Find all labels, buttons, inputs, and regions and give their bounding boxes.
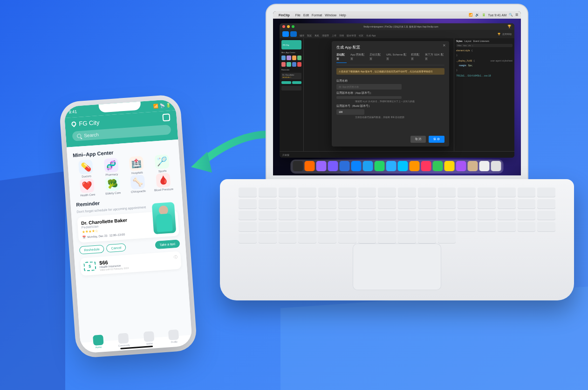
cancel-button[interactable]: Cancel — [106, 243, 126, 252]
menubar-item[interactable]: Help — [339, 14, 346, 17]
mini-app-item[interactable]: 🏸 Sports — [149, 154, 175, 174]
mini-app-label: Health Care — [80, 193, 95, 197]
toolbar-item[interactable]: 上传 — [330, 34, 338, 37]
toolbar-item[interactable]: 预览 — [306, 34, 313, 37]
laptop-mockup: FinClip FileEditFormatWindowHelp 📶 🔊 🔋 T… — [220, 5, 574, 300]
dock-app-icon[interactable] — [491, 161, 501, 171]
dock-app-icon[interactable] — [316, 161, 327, 171]
menubar-item[interactable]: Window — [325, 14, 336, 17]
menubar-time[interactable]: Tue 9:41 AM — [488, 14, 506, 17]
dock-app-icon[interactable] — [456, 161, 466, 171]
laptop-base — [220, 179, 574, 300]
mini-app-item[interactable]: 💊 Doctors — [73, 159, 99, 179]
dock-app-icon[interactable] — [293, 161, 303, 171]
modal-tab[interactable]: 启动页配置 — [369, 53, 383, 63]
ide-titlebar: finclip-miniprogram | FinClip | 前端开发工具 服… — [280, 23, 514, 30]
doctor-card[interactable]: Dr. Charollette Baker Pediatrician ★★★★☆… — [77, 210, 179, 243]
window-minimize-icon[interactable] — [287, 25, 290, 28]
status-icons: 📶 📡 🔋 — [153, 103, 171, 109]
toolbar-item[interactable]: 社区 — [357, 34, 365, 37]
field-build-number-input[interactable]: 100 — [336, 109, 364, 115]
toolbar-platform-button[interactable] — [290, 31, 297, 37]
tabbar-item[interactable]: Home — [93, 334, 104, 348]
dock-app-icon[interactable] — [363, 161, 373, 171]
menubar-item[interactable]: Format — [312, 14, 322, 17]
scan-icon[interactable] — [162, 113, 170, 121]
toolbar-item[interactable]: 清缓存 — [321, 34, 330, 37]
dock-app-icon[interactable] — [340, 161, 350, 171]
tabbar-icon — [118, 333, 129, 344]
devtools-tab[interactable]: Layout — [465, 40, 472, 42]
modal-tab[interactable]: 第三方 SDK 配置 — [425, 53, 444, 63]
dock-app-icon[interactable] — [421, 161, 431, 171]
take-taxi-button[interactable]: Take a taxi — [155, 239, 180, 249]
menubar-item[interactable]: File — [295, 14, 301, 17]
volume-icon[interactable]: 🔊 — [475, 13, 479, 17]
devtools-tab[interactable]: Styles — [456, 40, 463, 42]
modal-tab[interactable]: 基础配置 — [336, 53, 347, 63]
add-rule-button[interactable]: + — [472, 44, 473, 47]
devtools-tab[interactable]: Event Listeners — [473, 40, 489, 42]
dock-app-icon[interactable] — [375, 161, 385, 171]
toolbar-item[interactable]: 真机 — [313, 34, 321, 37]
hov-toggle[interactable]: :hov — [463, 44, 467, 47]
trophy-icon[interactable]: 🏆 — [507, 25, 512, 28]
ide-canvas: ✕ 生成 App 配置 基础配置App 图标配置启动页配置URL Scheme … — [304, 38, 514, 151]
menubar-item[interactable]: Edit — [303, 14, 309, 17]
generate-app-modal: ✕ 生成 App 配置 基础配置App 图标配置启动页配置URL Scheme … — [332, 41, 449, 146]
window-zoom-icon[interactable] — [292, 25, 294, 28]
toolbar-device-button[interactable] — [282, 31, 289, 37]
field-version-name-input[interactable] — [336, 96, 402, 99]
spotlight-icon[interactable]: 🔍 — [509, 13, 513, 17]
modal-cancel-button[interactable]: 取 消 — [410, 136, 426, 143]
mini-app-item[interactable]: 🥦 Elderly Care — [100, 176, 125, 195]
mini-app-item[interactable]: 🧬 Pharmacy — [98, 157, 124, 177]
dock-app-icon[interactable] — [386, 161, 397, 171]
field-version-name-hint: 请按照 x.y.z 方式命名，升级时请保证大于上一次填入的值 — [355, 100, 444, 103]
mini-app-label: Sports — [158, 169, 167, 173]
filter-input[interactable]: Filter — [458, 44, 462, 47]
dock-app-icon[interactable] — [410, 161, 420, 171]
mini-app-item[interactable]: 🏥 Hospitals — [124, 156, 150, 175]
tabbar-item[interactable]: Profile — [168, 329, 179, 343]
mini-app-icon: 💊 — [78, 160, 93, 174]
modal-tab[interactable]: URL Scheme 配置 — [386, 53, 407, 63]
field-app-name-label: 应用名称 — [336, 79, 444, 83]
toolbar-item[interactable]: 生成 App — [365, 34, 377, 37]
modal-tab[interactable]: 权限配置 — [411, 53, 421, 63]
info-icon[interactable]: ⓘ — [174, 255, 178, 260]
dock-app-icon[interactable] — [479, 161, 490, 171]
battery-icon[interactable]: 🔋 — [482, 13, 486, 17]
dock-app-icon[interactable] — [351, 161, 362, 171]
mini-app-icon: 🏸 — [154, 154, 169, 169]
mini-app-item[interactable]: 🦴 Chiropractic — [125, 174, 150, 194]
insurance-card[interactable]: $ $66 Health Insurance Valid until 01 Fe… — [80, 251, 182, 276]
mini-app-item[interactable]: 🩸 Blood Pressure — [150, 173, 176, 192]
toolbar-item[interactable]: 版本管理 — [345, 34, 357, 37]
wifi-icon[interactable]: 📶 — [469, 13, 473, 17]
toolbar-item[interactable]: 编译 — [298, 34, 306, 37]
modal-save-button[interactable]: 保 存 — [429, 136, 444, 143]
mini-app-item[interactable]: ❤️ Health Care — [75, 178, 100, 197]
modal-close-icon[interactable]: ✕ — [443, 43, 446, 48]
dock-app-icon[interactable] — [305, 161, 315, 171]
menubar-app-name[interactable]: FinClip — [279, 14, 290, 17]
tabbar-item[interactable]: Community — [117, 333, 130, 347]
field-app-name-input[interactable]: 例: App 的完整名称 — [336, 84, 402, 90]
location-pin-icon — [70, 121, 77, 127]
cls-toggle[interactable]: .cls — [468, 44, 471, 47]
dock-app-icon[interactable] — [444, 161, 455, 171]
mini-app-label: Blood Pressure — [154, 188, 173, 192]
credit-label[interactable]: 使用帮助 — [502, 33, 512, 35]
toolbar-item[interactable]: 详情 — [338, 34, 345, 37]
dock-app-icon[interactable] — [468, 161, 478, 171]
window-close-icon[interactable] — [282, 25, 285, 28]
reschedule-button[interactable]: Reshedule — [79, 245, 105, 255]
tabbar-item[interactable]: Wallet — [144, 331, 155, 345]
dock-app-icon[interactable] — [398, 161, 408, 171]
modal-tab[interactable]: App 图标配置 — [350, 53, 366, 63]
control-center-icon[interactable]: ☰ — [515, 13, 518, 17]
dock-app-icon[interactable] — [433, 161, 443, 171]
dock-app-icon[interactable] — [328, 161, 338, 171]
search-input[interactable]: Search — [72, 125, 171, 141]
